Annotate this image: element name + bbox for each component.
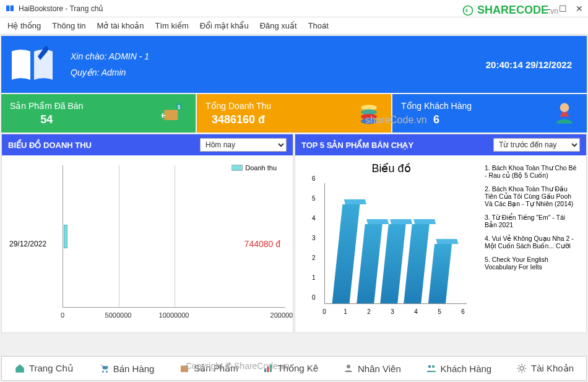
svg-rect-13	[267, 367, 269, 372]
panel-revenue-title: BIỂU ĐỒ DOANH THU	[8, 141, 92, 150]
close-button[interactable]: ✕	[576, 4, 583, 14]
svg-rect-14	[270, 365, 272, 372]
nav-sales[interactable]: Bán Hàng	[98, 363, 155, 374]
clock: 20:40:14 29/12/2022	[486, 36, 587, 93]
menu-info[interactable]: Thông tin	[52, 21, 85, 30]
top-chart-title: Biểu đồ	[300, 162, 482, 175]
top-bar-2	[357, 224, 382, 303]
menu-system[interactable]: Hệ thống	[7, 21, 41, 30]
nav-staff-label: Nhân Viên	[358, 363, 401, 374]
customers-icon	[426, 363, 437, 374]
greeting-text: Xin chào: ADMIN - 1	[71, 51, 486, 61]
window-controls: — ☐ ✕	[542, 4, 583, 14]
top-bar-1	[332, 204, 360, 303]
top-plot: 012 3456 012 3456	[311, 179, 472, 315]
menu-exit[interactable]: Thoát	[308, 21, 329, 30]
top-bar-3	[380, 224, 405, 303]
top-item-3: 3. Từ Điển Tiếng "Em" - Tái Bản 2021	[485, 214, 579, 228]
stat-sold-label: Sản Phẩm Đã Bán	[10, 101, 83, 111]
top-item-4: 4. Vui Vẻ Không Quạu Nha 2 - Một Cuốn Sá…	[485, 235, 579, 250]
stat-sold: Sản Phẩm Đã Bán 54 $	[1, 94, 196, 132]
staff-icon	[343, 363, 354, 374]
nav-sales-label: Bán Hàng	[113, 363, 155, 374]
panel-revenue-body: Doanh thu 29/12/2022 744080 đ 0 5000000 …	[2, 155, 293, 332]
home-icon	[14, 363, 25, 374]
menu-change-password[interactable]: Đổi mật khẩu	[200, 21, 249, 30]
chart-icon	[262, 363, 274, 374]
panel-revenue: BIỂU ĐỒ DOANH THU Hôm nay Doanh thu 29/1…	[1, 134, 293, 333]
stat-customers-label: Tổng Khách Hàng	[401, 101, 472, 111]
svg-point-9	[102, 371, 104, 373]
svg-point-15	[347, 365, 350, 368]
panel-top-header: TOP 5 SẢN PHẨM BÁN CHẠY Từ trước đến nay	[295, 134, 586, 155]
svg-rect-11	[181, 366, 188, 373]
revenue-y-label: 29/12/2022	[9, 240, 46, 248]
svg-rect-1	[164, 110, 178, 121]
nav-products[interactable]: Sản Phẩm	[179, 363, 238, 374]
top-list: 1. Bách Khoa Toàn Thư Cho Bé - Rau củ (B…	[482, 160, 581, 328]
top-chart: Biểu đồ 012 3456 012 34	[300, 160, 482, 328]
nav-products-label: Sản Phẩm	[194, 363, 238, 374]
top-bar-4	[404, 224, 429, 303]
nav-home-label: Trang Chủ	[29, 363, 74, 374]
banner-info: Xin chào: ADMIN - 1 Quyền: Admin	[63, 36, 486, 93]
svg-point-16	[428, 365, 431, 368]
top-item-5: 5. Check Your English Vocabulary For Iel…	[485, 256, 579, 271]
menu-bar: Hệ thống Thông tin Mở tài khoản Tìm kiếm…	[0, 17, 588, 35]
nav-account-label: Tài Khoản	[531, 363, 574, 374]
svg-rect-12	[264, 368, 266, 372]
panel-top-products: TOP 5 SẢN PHẨM BÁN CHẠY Từ trước đến nay…	[295, 134, 587, 333]
menu-search[interactable]: Tìm kiếm	[155, 21, 189, 30]
nav-account[interactable]: Tài Khoản	[516, 363, 574, 374]
nav-customers-label: Khách Hàng	[441, 363, 492, 374]
revenue-bar	[64, 225, 67, 248]
nav-home[interactable]: Trang Chủ	[14, 363, 74, 374]
top-filter-select[interactable]: Từ trước đến nay	[493, 138, 580, 152]
svg-text:$: $	[178, 105, 181, 110]
stat-revenue-value: 3486160 đ	[212, 113, 265, 126]
panel-revenue-header: BIỂU ĐỒ DOANH THU Hôm nay	[2, 134, 293, 155]
role-text: Quyền: Admin	[71, 67, 486, 77]
title-bar: HaiBookstore - Trang chủ — ☐ ✕	[0, 0, 588, 17]
book-icon	[9, 45, 55, 84]
banner: Xin chào: ADMIN - 1 Quyền: Admin 20:40:1…	[1, 36, 587, 93]
menu-logout[interactable]: Đăng xuất	[260, 21, 297, 30]
revenue-chart: Doanh thu 29/12/2022 744080 đ 0 5000000 …	[7, 160, 288, 328]
nav-stats-label: Thống Kê	[277, 363, 318, 374]
top-bar-5	[428, 244, 452, 303]
stats-row: Sản Phẩm Đã Bán 54 $ Tổng Doanh Thu 3486…	[1, 94, 587, 132]
svg-point-8	[560, 103, 569, 113]
revenue-filter-select[interactable]: Hôm nay	[200, 138, 287, 152]
svg-point-7	[361, 118, 377, 124]
gear-icon	[516, 363, 527, 374]
logo-area	[1, 36, 63, 93]
nav-staff[interactable]: Nhân Viên	[343, 363, 401, 374]
window-title: HaiBookstore - Trang chủ	[19, 4, 542, 13]
money-stack-icon	[355, 100, 383, 127]
panel-top-body: Biểu đồ 012 3456 012 34	[295, 155, 586, 332]
revenue-plot	[63, 165, 285, 308]
app-icon	[5, 4, 15, 14]
nav-customers[interactable]: Khách Hàng	[426, 363, 492, 374]
user-icon	[551, 100, 578, 127]
revenue-bar-value: 744080 đ	[244, 239, 280, 249]
panel-top-title: TOP 5 SẢN PHẨM BÁN CHẠY	[301, 141, 413, 150]
box-icon	[179, 363, 190, 374]
bottom-nav: Trang Chủ Bán Hàng Sản Phẩm Thống Kê Nhâ…	[1, 356, 587, 381]
minimize-button[interactable]: —	[542, 4, 550, 14]
stat-customers-value: 6	[433, 113, 439, 126]
stat-revenue-label: Tổng Doanh Thu	[205, 101, 271, 111]
top-item-2: 2. Bách Khoa Toàn Thư Đầu Tiên Của Tôi C…	[485, 185, 579, 207]
nav-stats[interactable]: Thống Kê	[262, 363, 318, 374]
svg-point-18	[520, 367, 524, 370]
stat-revenue: Tổng Doanh Thu 3486160 đ	[197, 94, 391, 132]
svg-point-10	[106, 371, 108, 373]
stat-sold-value: 54	[40, 113, 53, 126]
menu-open-account[interactable]: Mở tài khoản	[97, 21, 144, 30]
maximize-button[interactable]: ☐	[559, 4, 567, 14]
stat-customers: Tổng Khách Hàng 6	[392, 94, 587, 132]
package-icon: $	[160, 100, 187, 127]
svg-point-17	[431, 365, 435, 368]
panels: BIỂU ĐỒ DOANH THU Hôm nay Doanh thu 29/1…	[1, 134, 587, 333]
top-item-1: 1. Bách Khoa Toàn Thư Cho Bé - Rau củ (B…	[485, 164, 579, 179]
